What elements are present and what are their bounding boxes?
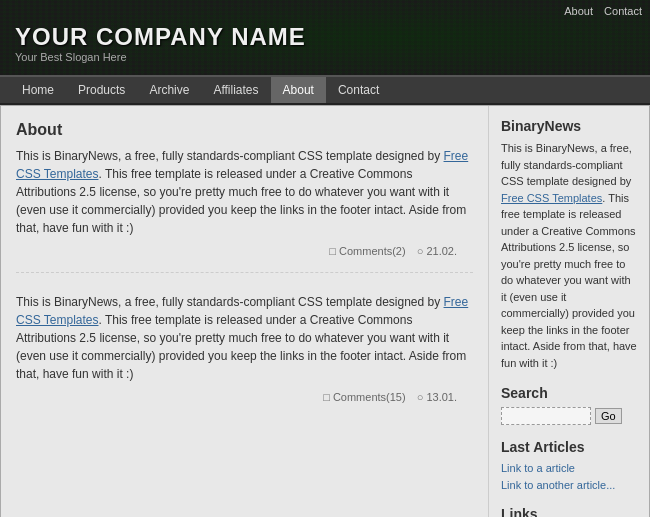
nav-archive[interactable]: Archive [137,77,201,103]
post-1-body: This is BinaryNews, a free, fully standa… [16,147,473,237]
top-contact-link[interactable]: Contact [604,5,642,17]
post-1-comments[interactable]: Comments(2) [339,245,406,257]
post-2-comments[interactable]: Comments(15) [333,391,406,403]
list-item: Link to another article... [501,478,637,492]
sidebar-search-title: Search [501,385,637,401]
post-1: About This is BinaryNews, a free, fully … [16,121,473,273]
sidebar-last-articles-title: Last Articles [501,439,637,455]
company-slogan: Your Best Slogan Here [15,51,306,63]
sidebar-intro-link[interactable]: Free CSS Templates [501,192,602,204]
post-1-meta: □ Comments(2) ○ 21.02. [16,245,473,257]
sidebar-title: BinaryNews [501,118,637,134]
top-about-link[interactable]: About [564,5,593,17]
sidebar-intro-text: This is BinaryNews, a free, fully standa… [501,140,637,371]
sidebar-intro: BinaryNews This is BinaryNews, a free, f… [501,118,637,371]
article-link-1[interactable]: Link to a article [501,462,575,474]
last-articles-list: Link to a article Link to another articl… [501,461,637,492]
sidebar-links: Links www.so-and-so.com www.another-site… [501,506,637,517]
company-name: YOUR COMPANY NAME [15,23,306,51]
search-button[interactable]: Go [595,408,622,424]
sidebar-links-title: Links [501,506,637,517]
post-2: This is BinaryNews, a free, fully standa… [16,293,473,418]
post-1-title: About [16,121,473,139]
list-item: Link to a article [501,461,637,475]
sidebar-last-articles: Last Articles Link to a article Link to … [501,439,637,492]
nav-about[interactable]: About [271,77,326,103]
sidebar-search: Search Go [501,385,637,425]
nav-contact[interactable]: Contact [326,77,391,103]
search-input[interactable] [501,407,591,425]
nav-products[interactable]: Products [66,77,137,103]
article-link-2[interactable]: Link to another article... [501,479,615,491]
post-2-meta: □ Comments(15) ○ 13.01. [16,391,473,403]
nav-home[interactable]: Home [10,77,66,103]
post-2-body: This is BinaryNews, a free, fully standa… [16,293,473,383]
nav-affiliates[interactable]: Affiliates [201,77,270,103]
